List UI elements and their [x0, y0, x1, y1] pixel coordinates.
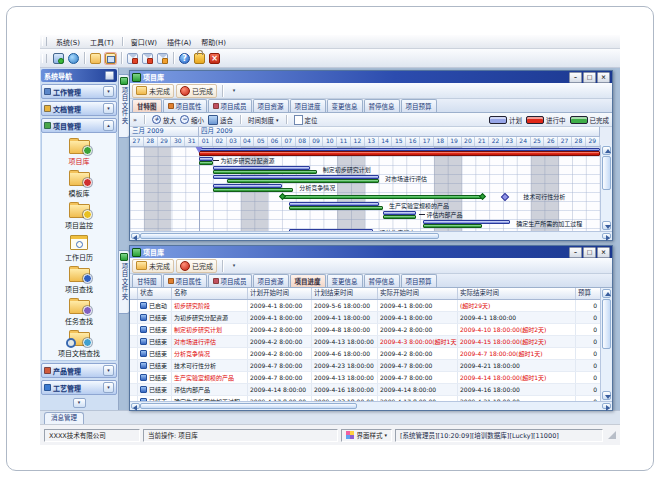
gantt-bar-complete[interactable] — [199, 161, 213, 165]
tab-项目成员[interactable]: 项目成员 — [208, 99, 252, 112]
sidebar-item-项目库[interactable]: 项目库 — [42, 136, 116, 166]
column-header-名称[interactable]: 名称 — [172, 288, 248, 299]
tab-甘特图[interactable]: 甘特图 — [132, 274, 162, 287]
lock-icon[interactable] — [194, 53, 205, 64]
scroll-down-icon[interactable] — [602, 391, 611, 400]
gantt-bar-complete[interactable] — [383, 215, 416, 219]
table-row[interactable]: 已结束对市场进行评估2009-4-2 8:00:002009-4-13 18:0… — [130, 336, 600, 348]
table-row[interactable]: 已结束评估内部产品2009-4-14 8:00:002009-4-16 18:0… — [130, 384, 600, 396]
sidebar-group-4[interactable]: 工艺管理▾ — [41, 380, 117, 395]
column-header-计划开始时间[interactable]: 计划开始时间 — [248, 288, 312, 299]
scroll-thumb[interactable] — [140, 403, 357, 409]
resize-grip-icon[interactable] — [608, 431, 616, 439]
globe-icon[interactable] — [68, 53, 79, 64]
tab-项目进度[interactable]: 项目进度 — [290, 99, 326, 112]
chevron-down-icon[interactable]: ▾ — [103, 382, 114, 393]
help-icon[interactable] — [179, 53, 190, 64]
gantt-bar-complete[interactable] — [213, 188, 293, 192]
sidebar-item-项目监控[interactable]: 项目监控 — [42, 200, 116, 230]
scroll-down-icon[interactable] — [602, 221, 611, 230]
minimize-button[interactable]: – — [569, 72, 582, 83]
column-header-selector[interactable] — [130, 288, 138, 299]
mail-open-icon[interactable] — [157, 53, 168, 64]
sidebar-item-项目查找[interactable]: 项目查找 — [42, 264, 116, 294]
sidebar-item-任务查找[interactable]: 任务查找 — [42, 296, 116, 326]
tab-暂停信息[interactable]: 暂停信息 — [364, 99, 400, 112]
ui-style-dropdown[interactable]: 界面样式 ▾ — [341, 429, 392, 442]
menu-item-3[interactable]: 插件(A) — [162, 36, 196, 48]
folder-closed-icon[interactable] — [90, 53, 101, 64]
summary-diamond-icon[interactable] — [478, 193, 485, 200]
mail-icon[interactable] — [127, 53, 138, 64]
maximize-button[interactable]: □ — [583, 247, 596, 258]
scroll-left-icon[interactable] — [131, 233, 140, 239]
tab-项目预算[interactable]: 项目预算 — [401, 274, 437, 287]
tab-项目预算[interactable]: 项目预算 — [401, 99, 437, 112]
locate-button[interactable]: 定位 — [294, 115, 318, 125]
tab-项目属性[interactable]: 项目属性 — [163, 274, 207, 287]
filter-button-未完成[interactable]: 未完成 — [132, 84, 174, 98]
sidebar-group-1[interactable]: 文档管理▾ — [41, 101, 117, 116]
toolbar-grip-icon[interactable] — [42, 54, 47, 63]
scroll-thumb[interactable] — [602, 299, 611, 349]
column-header-实际开始时间[interactable]: 实际开始时间 — [378, 288, 458, 299]
tab-项目属性[interactable]: 项目属性 — [163, 99, 207, 112]
time-scale-button[interactable]: 时间刻度▾ — [248, 115, 279, 125]
menu-item-4[interactable]: 帮助(H) — [196, 36, 231, 48]
scroll-right-icon[interactable] — [602, 403, 611, 409]
filter-button-未完成[interactable]: 未完成 — [132, 259, 174, 273]
gantt-bar-in-progress[interactable] — [199, 151, 600, 156]
menu-item-0[interactable]: 系统(S) — [51, 36, 85, 48]
stop-icon[interactable] — [209, 53, 220, 64]
column-header-预算[interactable]: 预算 — [576, 288, 600, 299]
menubar-grip-icon[interactable] — [42, 37, 47, 46]
tab-变更信息[interactable]: 变更信息 — [327, 99, 363, 112]
monitor-icon[interactable] — [53, 53, 64, 64]
column-header-实际结束时间[interactable]: 实际结束时间 — [458, 288, 576, 299]
table-horizontal-scrollbar[interactable] — [130, 401, 612, 410]
column-header-状态[interactable]: 状态 — [138, 288, 172, 299]
table-row[interactable]: 已结束生产实验室规模的产品2009-4-7 8:00:002009-4-13 1… — [130, 372, 600, 384]
scroll-left-icon[interactable] — [131, 403, 140, 409]
menu-item-1[interactable]: 工具(T) — [85, 36, 119, 48]
tab-项目资源[interactable]: 项目资源 — [253, 99, 289, 112]
scroll-thumb[interactable] — [140, 233, 439, 239]
tab-暂停信息[interactable]: 暂停信息 — [364, 274, 400, 287]
gantt-window-titlebar[interactable]: 项目库 – □ × — [130, 71, 612, 83]
sidebar-item-项目文档查找[interactable]: 项目文档查找 — [42, 328, 116, 358]
scroll-right-icon[interactable] — [602, 233, 611, 239]
tab-甘特图[interactable]: 甘特图 — [132, 99, 162, 112]
tab-变更信息[interactable]: 变更信息 — [327, 274, 363, 287]
gantt-bar-complete[interactable] — [213, 170, 317, 174]
sidebar-group-2[interactable]: 项目管理▴ — [41, 118, 117, 133]
scroll-thumb[interactable] — [602, 156, 611, 190]
gantt-bar-summary[interactable] — [282, 195, 482, 199]
milestone-diamond-icon[interactable] — [501, 192, 509, 200]
sidebar-item-工作日历[interactable]: 工作日历 — [42, 232, 116, 262]
tab-项目资源[interactable]: 项目资源 — [253, 274, 289, 287]
table-row[interactable]: 已结束技术可行性分析2009-4-7 8:00:002009-4-23 18:0… — [130, 360, 600, 372]
tab-message-management[interactable]: 消息管理 — [44, 412, 84, 424]
table-row[interactable]: 已结束制定初步研究计划2009-4-2 8:00:002009-4-8 18:0… — [130, 324, 600, 336]
table-row[interactable]: 已结束为初步研究分配资源2009-4-1 8:00:002009-4-1 18:… — [130, 312, 600, 324]
chevron-down-icon[interactable]: ▾ — [103, 103, 114, 114]
close-button[interactable]: × — [597, 247, 610, 258]
table-row[interactable]: 已结束分析竞争情况2009-4-2 8:00:002009-4-6 18:00:… — [130, 348, 600, 360]
table-row[interactable]: 已启动初步研究阶段2009-4-1 8:00:002009-5-6 18:00:… — [130, 300, 600, 312]
more-options-button[interactable]: ▾ — [228, 85, 240, 97]
mail-write-icon[interactable] — [142, 53, 153, 64]
scroll-up-icon[interactable] — [602, 289, 611, 298]
folder-window-icon[interactable] — [105, 53, 116, 64]
chevron-up-icon[interactable]: ▴ — [103, 120, 114, 131]
gantt-bar-complete[interactable] — [289, 206, 383, 210]
progress-window-titlebar[interactable]: 项目库 – □ × — [130, 246, 612, 258]
sidebar-item-模板库[interactable]: 模板库 — [42, 168, 116, 198]
table-vertical-scrollbar[interactable] — [600, 288, 612, 401]
minimize-button[interactable]: – — [569, 247, 582, 258]
maximize-button[interactable]: □ — [583, 72, 596, 83]
more-options-button[interactable]: ▾ — [228, 260, 240, 272]
fit-button[interactable]: 适合 — [208, 115, 233, 125]
gantt-bar-complete[interactable] — [423, 224, 482, 228]
menu-item-2[interactable]: 窗口(W) — [126, 36, 162, 48]
chevron-down-icon[interactable]: ▾ — [103, 86, 114, 97]
